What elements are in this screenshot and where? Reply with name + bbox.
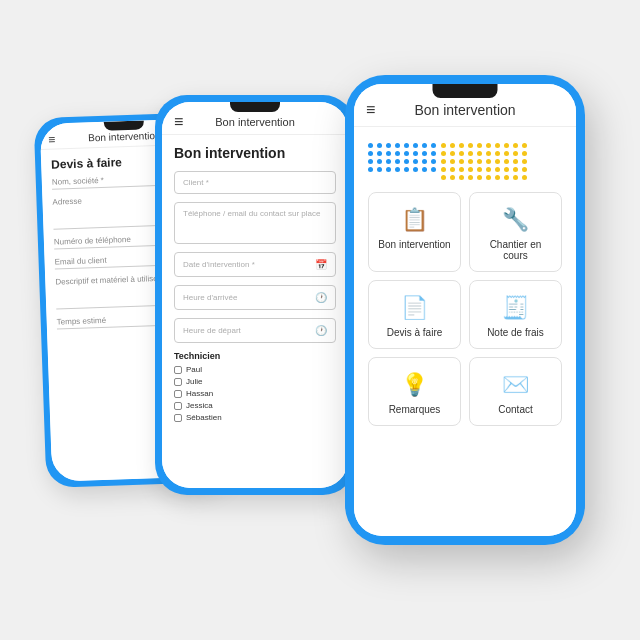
dot-yellow xyxy=(441,143,446,148)
menu-label-3: Note de frais xyxy=(487,327,544,338)
dot-blue xyxy=(422,159,427,164)
dot-blue xyxy=(431,167,436,172)
dot-yellow xyxy=(459,175,464,180)
clock-icon-1: 🕐 xyxy=(315,292,327,303)
dot-grid-yellow xyxy=(441,143,528,180)
dot-blue xyxy=(395,143,400,148)
checkbox-hassan[interactable] xyxy=(174,390,182,398)
scene: ≡ Bon intervention Devis à faire Nom, so… xyxy=(0,0,640,640)
dot-blue xyxy=(377,167,382,172)
label2-date: Date d'intervention * xyxy=(183,260,255,269)
menu-icon-2: 📄 xyxy=(401,295,428,321)
field2-arrive[interactable]: Heure d'arrivée 🕐 xyxy=(174,285,336,310)
screen-right: ≡ Bon intervention 📋Bon intervention🔧Cha… xyxy=(354,84,576,536)
menu-item-1[interactable]: 🔧Chantier en cours xyxy=(469,192,562,272)
dot-blue xyxy=(422,151,427,156)
dot-yellow xyxy=(477,167,482,172)
tech-name-julie: Julie xyxy=(186,377,202,386)
dot-yellow xyxy=(504,175,509,180)
dot-yellow xyxy=(522,151,527,156)
dot-blue xyxy=(368,159,373,164)
label2-phone: Téléphone / email du contact sur place xyxy=(183,209,327,218)
label2-client: Client * xyxy=(183,178,327,187)
menu-label-2: Devis à faire xyxy=(387,327,443,338)
dot-yellow xyxy=(522,143,527,148)
dot-yellow xyxy=(495,167,500,172)
menu-item-0[interactable]: 📋Bon intervention xyxy=(368,192,461,272)
dot-yellow xyxy=(468,159,473,164)
dot-yellow xyxy=(468,175,473,180)
menu-icon-mid[interactable]: ≡ xyxy=(174,113,183,131)
menu-item-5[interactable]: ✉️Contact xyxy=(469,357,562,426)
dot-yellow xyxy=(477,151,482,156)
dot-yellow xyxy=(486,151,491,156)
tech-sebastien[interactable]: Sébastien xyxy=(174,413,336,422)
dot-yellow xyxy=(504,159,509,164)
dot-yellow xyxy=(477,143,482,148)
checkbox-julie[interactable] xyxy=(174,378,182,386)
tech-name-paul: Paul xyxy=(186,365,202,374)
field2-depart[interactable]: Heure de départ 🕐 xyxy=(174,318,336,343)
phone-mid-inner: ≡ Bon intervention Bon intervention Clie… xyxy=(162,102,348,488)
clock-icon-2: 🕐 xyxy=(315,325,327,336)
menu-item-3[interactable]: 🧾Note de frais xyxy=(469,280,562,349)
menu-item-2[interactable]: 📄Devis à faire xyxy=(368,280,461,349)
menu-icon-5: ✉️ xyxy=(502,372,529,398)
tech-julie[interactable]: Julie xyxy=(174,377,336,386)
dot-blue xyxy=(404,167,409,172)
dot-yellow xyxy=(522,159,527,164)
field2-phone[interactable]: Téléphone / email du contact sur place xyxy=(174,202,336,244)
field2-client[interactable]: Client * xyxy=(174,171,336,194)
dot-yellow xyxy=(513,159,518,164)
dot-yellow xyxy=(513,143,518,148)
tech-label: Technicien xyxy=(174,351,336,361)
dot-yellow xyxy=(504,151,509,156)
tech-paul[interactable]: Paul xyxy=(174,365,336,374)
label2-depart: Heure de départ xyxy=(183,326,241,335)
notch-right xyxy=(433,84,498,98)
dot-blue xyxy=(422,167,427,172)
dot-blue xyxy=(413,167,418,172)
dot-blue xyxy=(413,143,418,148)
dot-yellow xyxy=(486,143,491,148)
dot-blue xyxy=(386,143,391,148)
tech-hassan[interactable]: Hassan xyxy=(174,389,336,398)
dot-blue xyxy=(404,151,409,156)
tech-name-jessica: Jessica xyxy=(186,401,213,410)
menu-item-4[interactable]: 💡Remarques xyxy=(368,357,461,426)
dot-blue xyxy=(431,143,436,148)
dot-blue xyxy=(395,151,400,156)
dot-yellow xyxy=(495,159,500,164)
dot-yellow xyxy=(495,151,500,156)
menu-label-0: Bon intervention xyxy=(378,239,450,250)
menu-icon-left[interactable]: ≡ xyxy=(48,132,55,146)
dot-yellow xyxy=(504,143,509,148)
dot-blue xyxy=(377,143,382,148)
dot-yellow xyxy=(477,175,482,180)
dot-yellow xyxy=(468,151,473,156)
dot-blue xyxy=(386,167,391,172)
tech-jessica[interactable]: Jessica xyxy=(174,401,336,410)
dot-yellow xyxy=(450,175,455,180)
dot-yellow xyxy=(477,159,482,164)
dot-yellow xyxy=(459,151,464,156)
dot-yellow xyxy=(513,175,518,180)
dot-blue xyxy=(404,143,409,148)
dot-blue xyxy=(368,151,373,156)
dot-blue xyxy=(395,159,400,164)
dot-blue xyxy=(368,143,373,148)
checkbox-paul[interactable] xyxy=(174,366,182,374)
section-title-mid: Bon intervention xyxy=(174,145,336,161)
dot-yellow xyxy=(504,167,509,172)
dot-yellow xyxy=(513,167,518,172)
dot-blue xyxy=(431,151,436,156)
dot-yellow xyxy=(486,167,491,172)
checkbox-jessica[interactable] xyxy=(174,402,182,410)
dot-yellow xyxy=(495,175,500,180)
menu-label-1: Chantier en cours xyxy=(478,239,553,261)
field2-date[interactable]: Date d'intervention * 📅 xyxy=(174,252,336,277)
menu-icon-1: 🔧 xyxy=(502,207,529,233)
tech-name-hassan: Hassan xyxy=(186,389,213,398)
checkbox-sebastien[interactable] xyxy=(174,414,182,422)
menu-icon-right[interactable]: ≡ xyxy=(366,101,375,119)
